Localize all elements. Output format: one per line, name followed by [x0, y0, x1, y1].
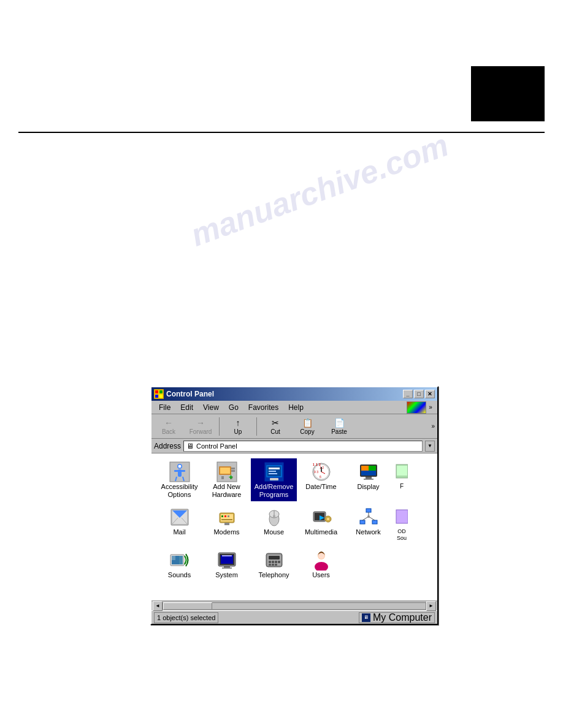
svg-rect-23	[269, 471, 276, 472]
icons-row-3: Sounds System	[156, 547, 432, 582]
minimize-button[interactable]: _	[403, 390, 413, 398]
mail-label: Mail	[173, 528, 185, 536]
address-bar: Address 🖥 Control Panel ▼	[151, 439, 437, 453]
address-icon: 🖥	[186, 442, 194, 450]
address-label: Address	[154, 442, 181, 450]
icon-network[interactable]: Network	[345, 504, 391, 544]
telephony-label: Telephony	[258, 571, 289, 579]
svg-rect-83	[222, 555, 232, 556]
icon-mail[interactable]: Mail	[156, 504, 202, 544]
svg-text:2: 2	[319, 463, 321, 466]
svg-text:6: 6	[320, 475, 321, 479]
icon-date-time[interactable]: 1 2 9 3 6 1 1 2 Date/Time	[298, 458, 344, 501]
menu-view[interactable]: View	[198, 402, 224, 413]
copy-button[interactable]: 📋 Copy	[293, 415, 322, 438]
svg-rect-89	[275, 561, 277, 563]
modems-icon	[216, 506, 238, 528]
icon-partial-od[interactable]: ODSou	[393, 504, 411, 544]
paste-label: Paste	[331, 428, 347, 435]
icons-row-2: Mail Modems	[156, 504, 432, 544]
scrollbar-track[interactable]	[163, 602, 426, 610]
partial-icon	[393, 461, 411, 483]
svg-rect-15	[231, 470, 235, 472]
forward-label: Forward	[190, 428, 212, 435]
svg-rect-87	[269, 561, 271, 563]
toolbar-overflow-button[interactable]: »	[426, 401, 435, 414]
menu-go[interactable]: Go	[224, 402, 243, 413]
icon-telephony[interactable]: Telephony	[251, 547, 297, 582]
icon-partial-f[interactable]: F	[393, 458, 411, 501]
status-bar: 1 object(s) selected 🖥 My Computer	[151, 610, 437, 624]
cut-button[interactable]: ✂ Cut	[261, 415, 290, 438]
svg-rect-55	[221, 519, 232, 520]
cut-icon: ✂	[272, 418, 279, 428]
svg-rect-88	[272, 561, 274, 563]
svg-rect-14	[231, 468, 235, 469]
svg-rect-67	[372, 520, 377, 524]
svg-rect-42	[364, 479, 373, 480]
icons-row-1: Accessibility Options + Add New Ha	[156, 458, 432, 501]
watermark: manuarchive.com	[186, 126, 453, 254]
svg-rect-0	[155, 390, 158, 393]
icon-mouse[interactable]: Mouse	[251, 504, 297, 544]
chapter-marker	[471, 66, 545, 121]
svg-rect-82	[222, 567, 232, 569]
icon-users[interactable]: Users	[298, 547, 344, 582]
scroll-left-button[interactable]: ◄	[153, 601, 163, 611]
control-panel-window: Control Panel _ □ ✕ File Edit View Go Fa…	[150, 386, 439, 625]
close-button[interactable]: ✕	[425, 390, 435, 398]
address-input[interactable]: 🖥 Control Panel	[183, 441, 423, 452]
svg-rect-52	[221, 515, 223, 517]
system-label: System	[215, 571, 238, 579]
back-button[interactable]: ← Back	[154, 415, 183, 438]
title-bar-buttons: _ □ ✕	[403, 390, 435, 398]
icon-sounds[interactable]: Sounds	[156, 547, 202, 582]
icon-accessibility-options[interactable]: Accessibility Options	[156, 458, 202, 501]
toolbar-overflow[interactable]: »	[431, 423, 435, 430]
icon-multimedia[interactable]: Multimedia	[298, 504, 344, 544]
icon-add-new-hardware[interactable]: + Add New Hardware	[204, 458, 250, 501]
partial-f-label: F	[400, 483, 404, 490]
menu-favorites[interactable]: Favorites	[243, 402, 283, 413]
up-button[interactable]: ↑ Up	[223, 415, 253, 438]
forward-button[interactable]: → Forward	[186, 415, 215, 438]
menu-file[interactable]: File	[154, 402, 175, 413]
svg-rect-2	[155, 395, 158, 398]
menu-bar: File Edit View Go Favorites Help »	[151, 401, 437, 414]
toolbar-separator-2	[256, 417, 257, 436]
scroll-right-button[interactable]: ►	[426, 601, 436, 611]
partial-od-label: ODSou	[397, 528, 407, 542]
add-new-hardware-icon: +	[216, 461, 238, 483]
address-value: Control Panel	[196, 442, 237, 450]
svg-rect-24	[269, 473, 277, 474]
partial-od-icon	[393, 506, 411, 528]
svg-rect-66	[360, 520, 365, 524]
window-icon	[154, 389, 164, 399]
menu-help[interactable]: Help	[283, 402, 308, 413]
my-computer-icon: 🖥	[362, 613, 370, 622]
icon-add-remove-programs[interactable]: Add/Remove Programs	[251, 458, 297, 501]
svg-point-96	[318, 553, 324, 559]
svg-rect-91	[269, 564, 271, 566]
mail-icon	[169, 506, 191, 528]
date-time-label: Date/Time	[305, 483, 336, 491]
maximize-button[interactable]: □	[414, 390, 424, 398]
add-remove-programs-label: Add/Remove Programs	[253, 483, 294, 499]
icon-system[interactable]: System	[204, 547, 250, 582]
multimedia-label: Multimedia	[305, 528, 337, 536]
svg-rect-72	[396, 510, 408, 523]
address-dropdown-button[interactable]: ▼	[425, 441, 435, 452]
paste-button[interactable]: 📄 Paste	[324, 415, 354, 438]
svg-text:9  3: 9 3	[314, 470, 318, 474]
menu-edit[interactable]: Edit	[175, 402, 198, 413]
accessibility-options-icon	[169, 461, 191, 483]
status-computer: 🖥 My Computer	[359, 612, 435, 623]
svg-rect-76	[175, 556, 179, 564]
svg-rect-8	[174, 470, 185, 472]
scrollbar-thumb[interactable]	[163, 602, 212, 610]
content-area: Accessibility Options + Add New Ha	[151, 453, 437, 601]
icon-modems[interactable]: Modems	[204, 504, 250, 544]
horizontal-scrollbar: ◄ ►	[151, 601, 437, 610]
icon-display[interactable]: Display	[345, 458, 391, 501]
svg-rect-44	[397, 466, 407, 476]
